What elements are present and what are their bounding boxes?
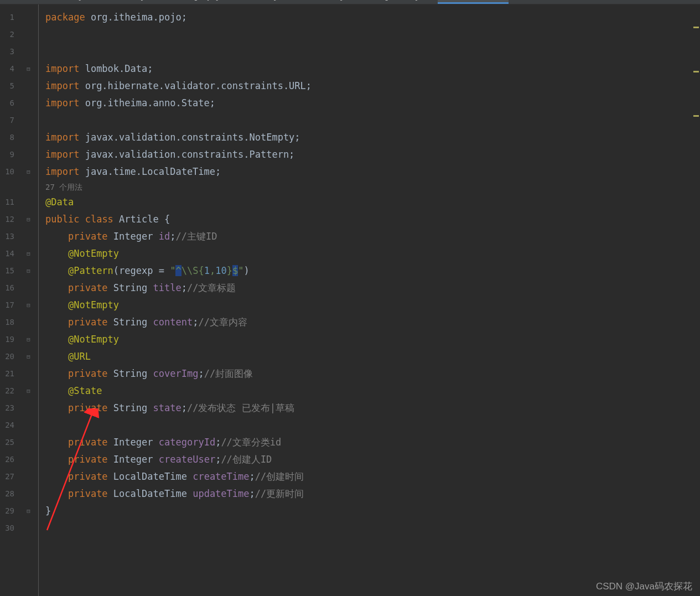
line-number: 26 [0, 451, 14, 468]
line-number: 7 [0, 112, 14, 129]
code-area[interactable]: package org.itheima.pojo; import lombok.… [39, 4, 700, 596]
fold-start-icon[interactable]: ⊟ [19, 331, 38, 348]
line-number: 4 [0, 60, 14, 77]
fold-start-icon[interactable]: ⊟ [19, 245, 38, 262]
code-line [45, 26, 700, 43]
fold-end-icon[interactable]: ⊟ [19, 502, 38, 520]
line-number: 18 [0, 314, 14, 331]
code-line: private String content;//文章内容 [45, 314, 700, 331]
code-line: public class Article { [45, 211, 700, 228]
fold-start-icon[interactable]: ⊟ [19, 60, 38, 77]
code-editor[interactable]: 1 2 3 4 5 6 7 8 9 10 11 12 13 14 15 16 1… [0, 4, 700, 596]
line-number: 27 [0, 468, 14, 485]
line-number: 29 [0, 502, 14, 520]
tab-usercontroller[interactable]: UserController.java [0, 0, 101, 4]
code-line: @NotEmpty [45, 297, 700, 314]
watermark-text: CSDN @Java码农探花 [596, 580, 692, 593]
editor-scrollbar[interactable] [692, 4, 700, 596]
line-number: 12 [0, 211, 14, 228]
fold-start-icon[interactable]: ⊟ [19, 382, 38, 400]
editor-tabs: UserController.java State.java Category.… [0, 0, 700, 4]
tab-result[interactable]: Result.java [296, 0, 362, 4]
code-line: import org.itheima.anno.State; [45, 95, 700, 112]
code-line: import javax.validation.constraints.Patt… [45, 146, 700, 163]
tab-article[interactable]: Article.java [438, 0, 509, 4]
code-line: private Integer id;//主键ID [45, 228, 700, 245]
line-number: 10 [0, 163, 14, 180]
line-number: 13 [0, 228, 14, 245]
code-line [45, 112, 700, 129]
line-number: 21 [0, 365, 14, 382]
line-number: 3 [0, 43, 14, 60]
line-number: 22 [0, 382, 14, 400]
line-number: 23 [0, 400, 14, 417]
tab-state[interactable]: State.java [101, 0, 163, 4]
code-line: private String coverImg;//封面图像 [45, 365, 700, 382]
line-number: 14 [0, 245, 14, 262]
line-number: 30 [0, 520, 14, 537]
line-number: 5 [0, 77, 14, 95]
code-line: private String state;//发布状态 已发布|草稿 [45, 400, 700, 417]
code-line: import lombok.Data; [45, 60, 700, 77]
fold-end-icon[interactable]: ⊟ [19, 348, 38, 365]
line-number: 15 [0, 262, 14, 279]
line-number: 19 [0, 331, 14, 348]
line-number: 9 [0, 146, 14, 163]
usages-hint[interactable]: 27 个用法 [45, 180, 700, 194]
line-number: 17 [0, 297, 14, 314]
code-line: @Data [45, 194, 700, 211]
code-line: package org.itheima.pojo; [45, 9, 700, 26]
code-line: private String title;//文章标题 [45, 279, 700, 297]
code-line: } [45, 502, 700, 520]
line-number: 1 [0, 9, 14, 26]
line-number: 2 [0, 26, 14, 43]
fold-gutter: ⊟ ⊟ ⊟ ⊟ ⊟ ⊟ ⊟ ⊟ ⊟ ⊟ [19, 4, 39, 596]
code-line: private Integer categoryId;//文章分类id [45, 434, 700, 451]
code-line: import javax.validation.constraints.NotE… [45, 129, 700, 146]
line-number: 25 [0, 434, 14, 451]
code-line: private LocalDateTime createTime;//创建时间 [45, 468, 700, 485]
line-number-gutter: 1 2 3 4 5 6 7 8 9 10 11 12 13 14 15 16 1… [0, 4, 19, 596]
code-line: private LocalDateTime updateTime;//更新时间 [45, 485, 700, 502]
code-line: import org.hibernate.validator.constrain… [45, 77, 700, 95]
line-number: 24 [0, 417, 14, 434]
code-line: @State [45, 382, 700, 400]
tab-user[interactable]: User.java [238, 0, 296, 4]
code-line: @Pattern(regexp = "^\\S{1,10}$") [45, 262, 700, 279]
code-line: import java.time.LocalDateTime; [45, 163, 700, 180]
code-line: @NotEmpty [45, 331, 700, 348]
code-line: private Integer createUser;//创建人ID [45, 451, 700, 468]
tab-category[interactable]: Category.java [163, 0, 238, 4]
line-number: 11 [0, 194, 14, 211]
code-line: @URL [45, 348, 700, 365]
fold-start-icon[interactable]: ⊟ [19, 211, 38, 228]
fold-start-icon[interactable]: ⊟ [19, 297, 38, 314]
fold-end-icon[interactable]: ⊟ [19, 262, 38, 279]
code-line: @NotEmpty [45, 245, 700, 262]
fold-end-icon[interactable]: ⊟ [19, 163, 38, 180]
tab-pagebean[interactable]: PageBean.java [362, 0, 438, 4]
code-line [45, 417, 700, 434]
code-line [45, 43, 700, 60]
code-line [45, 520, 700, 537]
line-number: 8 [0, 129, 14, 146]
line-number: 16 [0, 279, 14, 297]
line-number: 28 [0, 485, 14, 502]
line-number: 20 [0, 348, 14, 365]
line-number: 6 [0, 95, 14, 112]
